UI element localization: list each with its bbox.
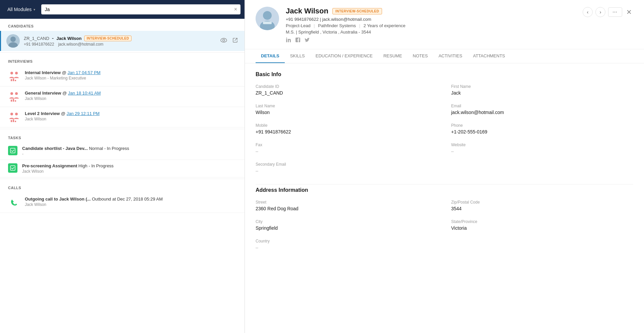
social-icons xyxy=(286,37,633,44)
interview-title: Internal Interview @ Jan 17 04:57 PM xyxy=(25,70,236,75)
facebook-icon[interactable] xyxy=(295,37,301,44)
meta-sep: | xyxy=(359,23,362,28)
street-value: 2360 Red Dog Road xyxy=(256,206,438,211)
website-label: Website xyxy=(451,143,633,147)
tab-details[interactable]: DETAILS xyxy=(256,49,285,63)
candidate-actions xyxy=(219,36,239,46)
task-item[interactable]: Candidate shortlist - Java Dev... Normal… xyxy=(0,143,245,160)
state-field: State/Province Victoria xyxy=(451,219,633,231)
candidate-item[interactable]: ZR_1_CAND - Jack Wilson INTERVIEW-SCHEDU… xyxy=(0,31,245,51)
interview-item[interactable]: Internal Interview @ Jan 17 04:57 PM Jac… xyxy=(0,66,245,87)
fax-field: Fax – xyxy=(256,143,438,154)
task-item[interactable]: Pre-screening Assignment High - In Progr… xyxy=(0,160,245,177)
svg-point-1 xyxy=(10,37,16,42)
search-bar: All Modules ▾ × xyxy=(0,0,245,19)
candidates-section-header: CANDIDATES xyxy=(0,19,245,31)
call-sub: Jack Wilson xyxy=(25,202,236,207)
left-panel: All Modules ▾ × CANDIDATES ZR_1_CAND - xyxy=(0,0,245,333)
phone-value: +1-202-555-0169 xyxy=(451,129,633,134)
interview-date: Jan 17 04:57 PM xyxy=(67,70,100,75)
tab-skills[interactable]: SKILLS xyxy=(285,49,310,63)
interview-name: Level 2 Interview xyxy=(25,111,60,116)
svg-point-5 xyxy=(10,72,13,74)
first-name-label: First Name xyxy=(451,84,633,89)
call-status: Outbound at Dec 27, 2018 05:29 AM xyxy=(92,197,163,202)
candidate-phone: +91 9941876622 xyxy=(24,42,54,47)
zip-field: Zip/Postal Code 3544 xyxy=(451,200,633,211)
task-title: Pre-screening Assignment High - In Progr… xyxy=(22,163,236,168)
interview-at: @ xyxy=(61,111,67,116)
interviews-section-header: INTERVIEWS xyxy=(0,54,245,66)
svg-rect-14 xyxy=(15,100,16,102)
svg-point-11 xyxy=(15,92,18,95)
interview-title: General Interview @ Jan 18 10:41 AM xyxy=(25,91,236,96)
mobile-field: Mobile +91 9941876622 xyxy=(256,123,438,134)
interview-icon xyxy=(8,91,20,103)
interview-item[interactable]: Level 2 Interview @ Jan 29 12:11 PM Jack… xyxy=(0,107,245,127)
divider xyxy=(0,129,245,129)
avatar xyxy=(256,7,279,30)
tab-resume[interactable]: RESUME xyxy=(378,49,408,63)
prev-button[interactable]: ‹ xyxy=(583,7,593,17)
search-input[interactable] xyxy=(45,7,231,12)
interview-icon xyxy=(8,70,20,82)
svg-rect-21 xyxy=(10,166,15,170)
profile-title: Project-Lead xyxy=(286,23,311,28)
meta-sep: | xyxy=(314,23,316,28)
profile-company: Pathfinder Systems xyxy=(318,23,356,28)
chevron-down-icon: ▾ xyxy=(34,8,35,11)
interview-sub: Jack Wilson xyxy=(25,117,236,121)
tab-attachments[interactable]: ATTACHMENTS xyxy=(468,49,511,63)
clear-button[interactable]: × xyxy=(234,6,237,12)
svg-point-23 xyxy=(263,11,272,20)
more-options-button[interactable]: ⋯ xyxy=(608,7,622,17)
svg-rect-8 xyxy=(13,78,14,81)
module-selector[interactable]: All Modules ▾ xyxy=(4,5,39,14)
call-item[interactable]: Outgoing call to Jack Wilson (... Outbou… xyxy=(0,192,245,213)
tasks-section-header: TASKS xyxy=(0,130,245,143)
candidate-info: ZR_1_CAND - Jack Wilson INTERVIEW-SCHEDU… xyxy=(24,35,215,47)
divider xyxy=(0,179,245,179)
first-name-value: Jack xyxy=(451,90,633,96)
mobile-value: +91 9941876622 xyxy=(256,129,438,134)
mobile-label: Mobile xyxy=(256,123,438,128)
linkedin-icon[interactable] xyxy=(286,37,291,44)
interview-at: @ xyxy=(62,70,68,75)
interview-name: General Interview xyxy=(25,91,61,96)
task-sub: Jack Wilson xyxy=(22,169,236,174)
svg-rect-25 xyxy=(263,21,272,24)
state-value: Victoria xyxy=(451,225,633,231)
phone-icon xyxy=(8,197,20,209)
svg-rect-17 xyxy=(11,120,12,122)
profile-contact: +91 9941876622 | jack.wilson@hotmail.com xyxy=(286,17,633,22)
website-field: Website – xyxy=(451,143,633,154)
svg-point-27 xyxy=(286,38,287,39)
profile-experience: 2 Years of experience xyxy=(364,23,406,28)
tab-notes[interactable]: NOTES xyxy=(408,49,433,63)
address-info-grid: Street 2360 Red Dog Road Zip/Postal Code… xyxy=(256,200,633,250)
candidate-id-label: Candidate ID xyxy=(256,84,438,89)
svg-rect-13 xyxy=(13,99,14,102)
tab-activities[interactable]: ACTIVITIES xyxy=(433,49,468,63)
first-name-field: First Name Jack xyxy=(451,84,633,96)
interview-sub: Jack Wilson - Marketing Executive xyxy=(25,76,236,80)
task-info: Candidate shortlist - Java Dev... Normal… xyxy=(22,146,236,156)
country-value: – xyxy=(256,245,438,250)
next-button[interactable]: › xyxy=(595,7,605,17)
profile-meta: Project-Lead | Pathfinder Systems | 2 Ye… xyxy=(286,23,633,28)
divider xyxy=(0,52,245,53)
profile-info: Jack Wilson INTERVIEW-SCHEDULED +91 9941… xyxy=(286,7,633,44)
preview-button[interactable] xyxy=(219,37,228,45)
header-actions: ‹ › ⋯ ✕ xyxy=(583,7,633,17)
tab-education[interactable]: EDUCATION / EXPERIENCE xyxy=(310,49,378,63)
interview-item[interactable]: General Interview @ Jan 18 10:41 AM Jack… xyxy=(0,87,245,107)
twitter-icon[interactable] xyxy=(305,37,310,44)
svg-rect-26 xyxy=(286,39,287,42)
open-button[interactable] xyxy=(231,36,239,46)
task-status: High - In Progress xyxy=(78,163,114,168)
task-icon xyxy=(8,163,17,173)
close-button[interactable]: ✕ xyxy=(625,7,633,17)
profile-education: M.S. xyxy=(286,30,295,35)
state-label: State/Province xyxy=(451,219,633,224)
email-field: Email jack.wilson@hotmail.com xyxy=(451,104,633,115)
